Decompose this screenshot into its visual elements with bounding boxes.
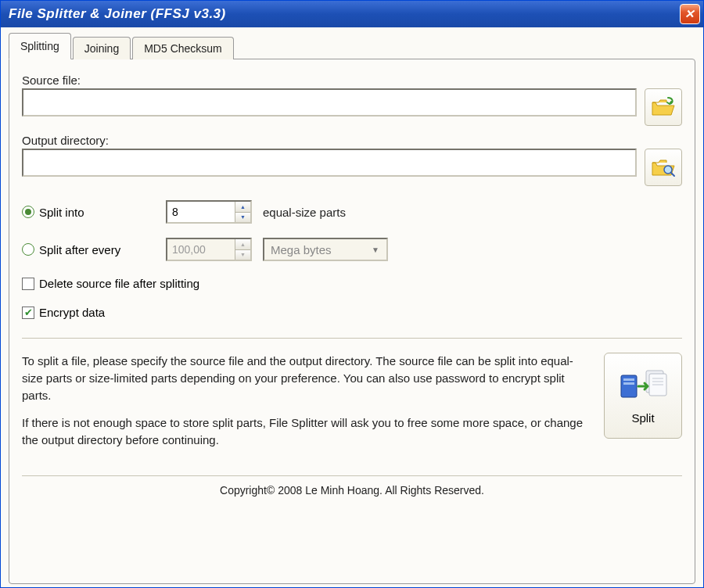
split-after-unit-value: Mega bytes [271,243,332,256]
help-paragraph-2: If there is not enough space to store sp… [22,414,590,449]
folder-open-icon [651,96,676,118]
radio-split-into-label: Split into [39,206,84,219]
browse-source-button[interactable] [645,88,682,126]
split-button-label: Split [631,411,654,425]
close-button[interactable]: ✕ [680,4,700,24]
spin-down-icon[interactable]: ▼ [235,212,250,223]
close-icon: ✕ [684,7,695,21]
folder-search-icon [651,156,676,178]
footer: Copyright© 2008 Le Minh Hoang. All Right… [22,475,682,500]
svg-rect-4 [623,382,634,385]
delete-source-checkbox[interactable]: Delete source file after splitting [22,277,682,290]
radio-icon [22,243,34,256]
split-into-spinner[interactable]: ▲ ▼ [166,200,252,224]
tab-splitting[interactable]: Splitting [9,33,71,59]
split-into-suffix: equal-size parts [263,206,346,219]
panel-splitting: Source file: Output directory: [9,59,695,584]
help-paragraph-1: To split a file, please specify the sour… [22,353,590,403]
split-after-value [167,239,235,260]
radio-split-into[interactable]: Split into [22,206,155,219]
source-file-input[interactable] [22,88,637,117]
split-after-spinner: ▲ ▼ [166,238,252,261]
svg-line-1 [671,173,674,176]
encrypt-data-checkbox[interactable]: ✔ Encrypt data [22,306,682,319]
radio-icon [22,206,34,218]
split-after-unit-combo: Mega bytes ▼ [263,238,388,261]
output-directory-label: Output directory: [22,134,682,147]
radio-split-after-label: Split after every [39,243,120,256]
delete-source-label: Delete source file after splitting [39,277,199,290]
checkbox-checked-icon: ✔ [22,307,34,319]
spin-up-icon: ▲ [235,239,250,249]
tab-md5-checksum[interactable]: MD5 Checksum [132,37,234,59]
svg-rect-3 [623,378,634,381]
spin-down-icon: ▼ [235,249,250,260]
tabs: Splitting Joining MD5 Checksum [9,32,695,59]
radio-split-after[interactable]: Split after every [22,243,155,256]
checkbox-icon [22,278,34,290]
titlebar: File Splitter & Joiner (FFSJ v3.3) ✕ [1,1,703,27]
split-button[interactable]: Split [604,353,682,439]
divider [22,338,682,339]
chevron-down-icon: ▼ [368,246,383,254]
tab-joining[interactable]: Joining [73,37,131,59]
split-icon [618,368,668,405]
encrypt-data-label: Encrypt data [39,306,105,319]
browse-output-button[interactable] [645,149,682,186]
split-into-value[interactable] [167,202,235,222]
source-file-label: Source file: [22,74,682,87]
spin-up-icon[interactable]: ▲ [235,202,250,212]
window-title: File Splitter & Joiner (FFSJ v3.3) [9,6,680,22]
output-directory-input[interactable] [22,149,637,177]
help-text: To split a file, please specify the sour… [22,353,590,460]
